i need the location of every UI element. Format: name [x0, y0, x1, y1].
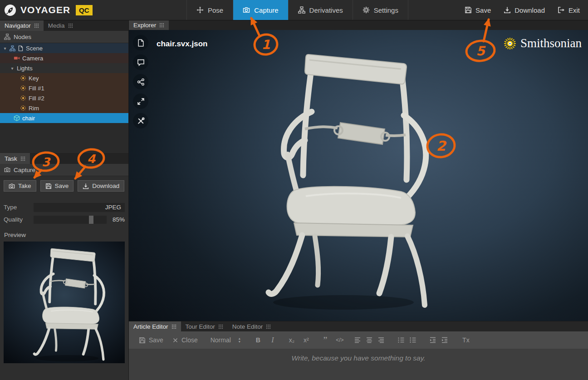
capture-buttons: Take Save Download: [0, 176, 128, 195]
share-icon: [137, 78, 145, 86]
unordered-list-button[interactable]: [409, 336, 416, 344]
tab-pose[interactable]: Pose: [186, 0, 233, 20]
tree-empty-area: [0, 123, 128, 153]
clear-format-button[interactable]: Tx: [461, 336, 471, 344]
capture-preview-image[interactable]: [4, 242, 125, 363]
tree-item-camera[interactable]: Camera: [0, 53, 128, 63]
task-tabs: Task: [0, 153, 128, 164]
updown-icon: ▴▾: [239, 337, 240, 343]
explorer-toolbar: [133, 35, 148, 128]
save-icon: [465, 6, 472, 14]
tab-navigator[interactable]: Navigator: [0, 20, 44, 31]
smithsonian-sun-icon: [504, 37, 516, 50]
editor-save-button[interactable]: Save: [139, 336, 163, 344]
align-center-button[interactable]: [366, 336, 373, 344]
grid-handle-icon: [172, 324, 176, 329]
light-icon: [20, 75, 26, 81]
quality-row: Quality 85%: [4, 215, 125, 224]
capture-section-header: Capture: [0, 164, 128, 176]
preview-label: Preview: [4, 232, 128, 238]
voyager-logo: VOYAGER: [0, 4, 70, 16]
code-button[interactable]: </>: [335, 337, 345, 343]
tab-media[interactable]: Media: [44, 20, 78, 31]
chair-3d-model[interactable]: [241, 40, 432, 312]
qc-badge[interactable]: QC: [76, 5, 93, 15]
tab-note-editor[interactable]: Note Editor: [228, 321, 276, 331]
editor-close-button[interactable]: Close: [172, 336, 198, 344]
task-download-button[interactable]: Download: [78, 180, 124, 192]
tab-article-editor[interactable]: Article Editor: [129, 321, 181, 331]
quality-slider-handle[interactable]: [89, 216, 93, 224]
article-icon: [137, 39, 145, 47]
align-right-button[interactable]: [377, 336, 385, 344]
tab-task[interactable]: Task: [0, 153, 30, 164]
save-button[interactable]: Save: [465, 6, 491, 14]
document-title: chair.svx.json: [157, 39, 207, 49]
grid-handle-icon: [34, 23, 39, 28]
capture-camera-icon: [4, 167, 10, 173]
save-icon: [45, 183, 52, 189]
article-editor-textarea[interactable]: Write, because you have something to say…: [129, 349, 588, 380]
save-icon: [139, 337, 146, 344]
quality-slider[interactable]: [34, 216, 107, 224]
tools-button[interactable]: [133, 113, 148, 128]
tree-item-key-light[interactable]: Key: [0, 73, 128, 83]
take-button[interactable]: Take: [4, 180, 36, 192]
comment-icon: [137, 59, 145, 66]
article-reader-button[interactable]: [133, 35, 148, 50]
editor-placeholder: Write, because you have something to say…: [291, 354, 425, 362]
close-icon: [172, 337, 178, 343]
smithsonian-logo[interactable]: Smithsonian: [504, 36, 582, 50]
tab-tour-editor[interactable]: Tour Editor: [181, 321, 228, 331]
blockquote-button[interactable]: ”: [320, 338, 330, 342]
share-button[interactable]: [133, 74, 148, 89]
type-select[interactable]: JPEG: [34, 203, 125, 212]
italic-button[interactable]: I: [268, 336, 278, 344]
download-button[interactable]: Download: [504, 6, 545, 14]
nodes-header: Nodes: [0, 31, 128, 43]
task-save-button[interactable]: Save: [40, 180, 74, 192]
expand-icon[interactable]: ▾: [3, 46, 7, 51]
light-icon: [20, 95, 26, 101]
tools-icon: [137, 117, 145, 125]
tab-settings[interactable]: Settings: [353, 0, 408, 20]
quality-value: 85%: [107, 216, 125, 223]
tree-item-rim-light[interactable]: Rim: [0, 103, 128, 113]
type-label: Type: [4, 204, 34, 211]
fullscreen-button[interactable]: [133, 94, 148, 109]
camera-icon: [14, 55, 20, 61]
tree-item-fill1-light[interactable]: Fill #1: [0, 83, 128, 93]
capture-camera-icon: [243, 6, 250, 14]
align-left-button[interactable]: [354, 336, 361, 344]
tab-capture[interactable]: Capture: [233, 0, 288, 20]
smithsonian-wordmark: Smithsonian: [520, 36, 582, 50]
light-icon: [20, 105, 26, 111]
ordered-list-button[interactable]: [397, 336, 405, 344]
derivatives-hierarchy-icon: [298, 6, 305, 14]
tree-item-chair[interactable]: chair: [0, 113, 128, 123]
tree-item-scene[interactable]: ▾ Scene: [0, 43, 128, 53]
tree-item-fill2-light[interactable]: Fill #2: [0, 93, 128, 103]
bold-button[interactable]: B: [253, 336, 263, 344]
subscript-button[interactable]: x₂: [287, 336, 297, 344]
type-row: Type JPEG: [4, 202, 125, 212]
indent-button[interactable]: [441, 336, 448, 344]
superscript-button[interactable]: x²: [301, 336, 311, 344]
tree-item-lights[interactable]: ▾ Lights: [0, 63, 128, 73]
tab-explorer[interactable]: Explorer: [129, 20, 169, 30]
quality-label: Quality: [4, 216, 34, 223]
annotations-button[interactable]: [133, 54, 148, 70]
download-icon: [504, 6, 511, 14]
camera-icon: [9, 183, 15, 189]
tab-derivatives[interactable]: Derivatives: [288, 0, 353, 20]
download-icon: [83, 183, 89, 189]
grid-handle-icon: [218, 324, 223, 329]
chair-preview-render: [22, 242, 107, 363]
paragraph-style-select[interactable]: Normal ▴▾: [211, 336, 240, 344]
expand-icon[interactable]: ▾: [10, 66, 15, 71]
outdent-button[interactable]: [429, 336, 436, 344]
exit-button[interactable]: Exit: [558, 6, 580, 14]
pose-move-icon: [196, 6, 204, 14]
sidebar-tabs: Navigator Media: [0, 20, 128, 31]
explorer-3d-viewport[interactable]: chair.svx.json Smithsonian: [129, 30, 588, 321]
